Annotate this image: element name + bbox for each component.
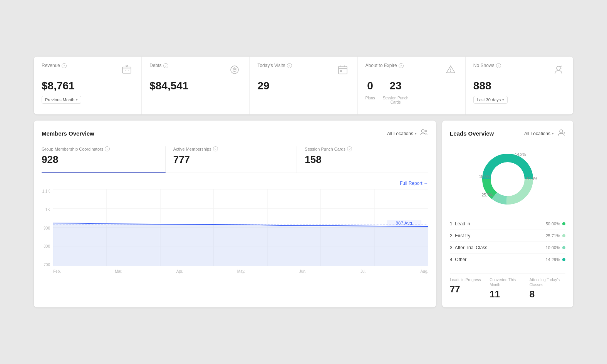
punchcards-info-icon[interactable]: ? <box>347 146 352 151</box>
leads-attending: Attending Today's Classes 8 <box>530 277 565 300</box>
member-stat-punchcards: Session Punch Cards ? 158 <box>297 146 428 173</box>
x-label-feb: Feb. <box>53 269 61 273</box>
svg-point-6 <box>425 130 427 132</box>
stat-cards-row: Revenue ? $8,761 Previous Month ▾ <box>34 57 573 114</box>
members-panel-header: Members Overview All Locations ▾ <box>42 128 428 139</box>
debts-value: $84,541 <box>149 80 241 92</box>
y-label-3: 900 <box>42 226 50 230</box>
stat-card-noshows: No Shows ? 888 Last 30 days ▾ <box>466 57 573 114</box>
leads-panel-user-icon <box>557 128 565 139</box>
leads-converted: Converted This Month 11 <box>490 277 525 300</box>
leads-panel-header: Leads Overview All Locations ▾ <box>450 128 565 139</box>
leads-item-3-pct: 10.00% <box>546 245 560 250</box>
noshows-info-icon[interactable]: ? <box>496 63 501 68</box>
donut-svg: 14.3% 10.0% 25.7% 50.0% <box>475 146 540 212</box>
y-label-2: 1K <box>42 208 50 212</box>
expire-icon <box>444 63 458 77</box>
full-report-link[interactable]: Full Report → <box>42 181 428 186</box>
expire-plans: 0 Plans <box>366 80 375 104</box>
expire-info-icon[interactable]: ? <box>399 63 404 68</box>
leads-in-progress-value: 77 <box>450 284 486 295</box>
member-stat-coordinators: Group Membership Coordinators ? 928 <box>42 146 166 173</box>
x-label-jul: Jul. <box>361 269 367 273</box>
y-label-1: 1.1K <box>42 189 50 193</box>
members-stats: Group Membership Coordinators ? 928 Acti… <box>42 146 428 173</box>
revenue-period-badge[interactable]: Previous Month ▾ <box>42 96 81 104</box>
revenue-value: $8,761 <box>42 80 134 92</box>
leads-panel-title: Leads Overview <box>450 130 494 137</box>
leads-panel: Leads Overview All Locations ▾ <box>442 121 573 307</box>
expire-punchcards: 23 Session Punch Cards <box>383 80 409 104</box>
chart-svg-container: 887 Avg. Feb. Mar. Apr. May. Jun. Jul. A… <box>53 189 428 274</box>
members-location-label: All Locations <box>387 131 413 136</box>
coordinators-value: 928 <box>42 154 158 166</box>
svg-rect-0 <box>122 67 131 73</box>
leads-item-2-pct: 25.71% <box>546 233 560 238</box>
leads-converted-label: Converted This Month <box>490 277 525 287</box>
visits-label: Today's Visits <box>257 63 285 68</box>
revenue-info-icon[interactable]: ? <box>62 63 67 68</box>
stat-card-debts: Debts ? $84,541 <box>142 57 250 114</box>
leads-attending-label: Attending Today's Classes <box>530 277 565 287</box>
members-panel-title: Members Overview <box>42 130 94 137</box>
bottom-section: Members Overview All Locations ▾ <box>34 121 573 307</box>
stat-card-expire: About to Expire ? 0 Plans 23 Sessi <box>358 57 466 114</box>
coordinators-info-icon[interactable]: ? <box>105 146 110 151</box>
noshows-period-badge[interactable]: Last 30 days ▾ <box>473 96 508 104</box>
expire-label: About to Expire <box>366 63 397 68</box>
x-label-apr: Apr. <box>176 269 183 273</box>
svg-point-21 <box>560 130 563 133</box>
leads-item-1-pct: 50.00% <box>546 221 560 226</box>
expire-plans-sub: Plans <box>366 96 375 100</box>
active-value: 777 <box>173 154 289 166</box>
x-label-may: May. <box>237 269 245 273</box>
members-location-select[interactable]: All Locations ▾ <box>387 131 417 136</box>
leads-item-4-right: 14.29% <box>546 257 565 262</box>
debts-icon <box>228 63 241 77</box>
leads-item-2-label: 2. First try <box>450 233 470 238</box>
active-info-icon[interactable]: ? <box>213 146 218 151</box>
leads-panel-controls: All Locations ▾ <box>524 128 565 139</box>
visits-value: 29 <box>257 80 349 92</box>
leads-location-chevron-icon: ▾ <box>552 132 554 136</box>
x-label-jun: Jun. <box>299 269 307 273</box>
debts-info-icon[interactable]: ? <box>163 63 168 68</box>
noshows-icon <box>552 63 565 77</box>
noshows-period-label: Last 30 days <box>477 97 501 102</box>
leads-location-select[interactable]: All Locations ▾ <box>524 131 554 136</box>
leads-donut-chart: 14.3% 10.0% 25.7% 50.0% <box>450 146 565 212</box>
leads-item-3-dot <box>562 246 565 249</box>
chart-y-axis: 1.1K 1K 900 800 700 <box>42 189 53 274</box>
leads-in-progress-label: Leads in Progress <box>450 277 486 282</box>
expire-plans-value: 0 <box>366 80 375 92</box>
expire-title: About to Expire ? <box>366 63 404 68</box>
leads-item-1-label: 1. Lead in <box>450 221 470 226</box>
leads-item-4-dot <box>562 258 565 261</box>
leads-footer: Leads in Progress 77 Converted This Mont… <box>450 273 565 300</box>
leads-item-2-right: 25.71% <box>546 233 565 238</box>
members-location-chevron-icon: ▾ <box>415 132 417 136</box>
punchcards-value: 158 <box>305 154 421 166</box>
leads-item-3-label: 3. After Trial Class <box>450 245 487 250</box>
svg-point-4 <box>557 66 560 70</box>
leads-list-item-2: 2. First try 25.71% <box>450 230 565 242</box>
chart-svg: 887 Avg. <box>53 189 428 266</box>
noshows-chevron-icon: ▾ <box>502 98 504 102</box>
debts-title: Debts ? <box>149 63 168 68</box>
svg-rect-3 <box>339 66 347 74</box>
donut-label-25: 25.7% <box>482 193 493 197</box>
expire-values: 0 Plans 23 Session Punch Cards <box>366 80 458 104</box>
revenue-period-label: Previous Month <box>45 97 74 102</box>
leads-list-item-1: 1. Lead in 50.00% <box>450 218 565 230</box>
leads-item-2-dot <box>562 234 565 237</box>
revenue-chevron-icon: ▾ <box>76 98 78 102</box>
members-chart-area: Full Report → 1.1K 1K 900 800 700 <box>42 181 428 281</box>
chart-with-labels: 1.1K 1K 900 800 700 <box>42 189 428 274</box>
full-report-anchor[interactable]: Full Report → <box>400 181 428 186</box>
visits-info-icon[interactable]: ? <box>287 63 292 68</box>
punchcards-label: Session Punch Cards ? <box>305 146 421 151</box>
members-panel-controls: All Locations ▾ <box>387 128 428 139</box>
y-label-5: 700 <box>42 263 50 267</box>
donut-label-14: 14.3% <box>515 153 526 157</box>
leads-converted-value: 11 <box>490 289 525 300</box>
